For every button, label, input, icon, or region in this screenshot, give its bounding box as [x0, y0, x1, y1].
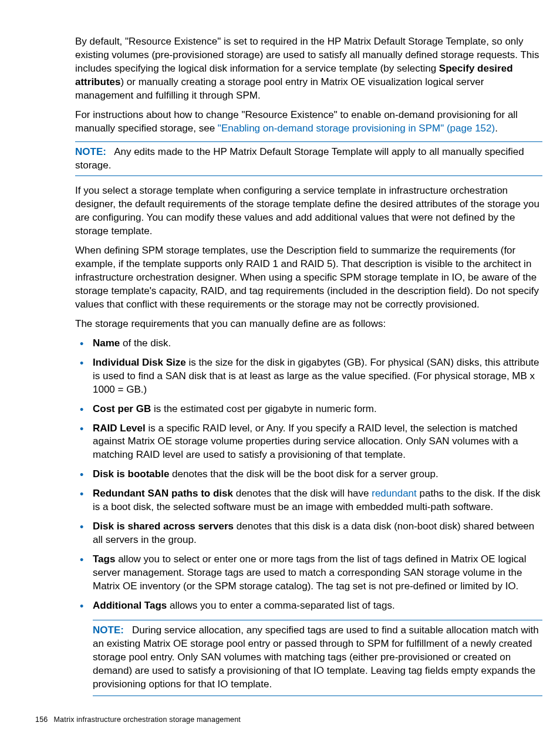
note-paragraph: NOTE: Any edits made to the HP Matrix De… — [75, 146, 542, 173]
text: denotes that the disk will have — [233, 488, 372, 499]
term-name: Name — [93, 337, 120, 349]
text: of the disk. — [120, 337, 171, 349]
text: is the estimated cost per gigabyte in nu… — [151, 403, 377, 414]
list-item: RAID Level is a specific RAID level, or … — [93, 422, 542, 463]
paragraph-requirements-intro: The storage requirements that you can ma… — [75, 318, 542, 331]
list-item: Redundant SAN paths to disk denotes that… — [93, 487, 542, 514]
list-item: Name of the disk. — [93, 337, 542, 350]
note-block-tags: NOTE: During service allocation, any spe… — [93, 620, 542, 697]
paragraph-select-template: If you select a storage template when co… — [75, 184, 542, 238]
text: denotes that the disk will be the boot d… — [169, 468, 438, 480]
list-item: Disk is bootable denotes that the disk w… — [93, 468, 542, 481]
term-raid-level: RAID Level — [93, 423, 146, 434]
term-disk-size: Individual Disk Size — [93, 357, 186, 368]
term-redundant-paths: Redundant SAN paths to disk — [93, 488, 233, 499]
term-tags: Tags — [93, 553, 115, 565]
term-additional-tags: Additional Tags — [93, 600, 167, 611]
list-item: Cost per GB is the estimated cost per gi… — [93, 403, 542, 416]
note-label: NOTE: — [75, 146, 106, 157]
note-text: Any edits made to the HP Matrix Default … — [75, 146, 524, 171]
note-text: During service allocation, any specified… — [93, 625, 539, 690]
note-paragraph: NOTE: During service allocation, any spe… — [93, 624, 542, 691]
list-item: Individual Disk Size is the size for the… — [93, 356, 542, 397]
text: . — [495, 123, 498, 134]
note-label: NOTE: — [93, 625, 124, 636]
list-item: Additional Tags allows you to enter a co… — [93, 599, 542, 697]
page-number: 156 — [35, 715, 48, 724]
term-cost-per-gb: Cost per GB — [93, 403, 151, 414]
term-disk-shared: Disk is shared across servers — [93, 521, 234, 532]
requirements-list: Name of the disk. Individual Disk Size i… — [75, 337, 542, 697]
text: is a specific RAID level, or Any. If you… — [93, 423, 518, 461]
paragraph-instructions: For instructions about how to change "Re… — [75, 109, 542, 136]
footer-title: Matrix infrastructure orchestration stor… — [53, 715, 241, 724]
paragraph-default-resource: By default, "Resource Existence" is set … — [75, 35, 542, 103]
text: ) or manually creating a storage pool en… — [75, 76, 484, 101]
text: allow you to select or enter one or more… — [93, 553, 527, 592]
link-enabling-on-demand[interactable]: "Enabling on-demand storage provisioning… — [218, 123, 495, 134]
page: By default, "Resource Existence" is set … — [0, 0, 560, 746]
list-item: Disk is shared across servers denotes th… — [93, 520, 542, 547]
term-disk-bootable: Disk is bootable — [93, 468, 169, 480]
page-footer: 156Matrix infrastructure orchestration s… — [35, 715, 241, 725]
content-column: By default, "Resource Existence" is set … — [75, 35, 542, 696]
note-block-edits: NOTE: Any edits made to the HP Matrix De… — [75, 141, 542, 177]
paragraph-defining-spm: When defining SPM storage templates, use… — [75, 244, 542, 312]
link-redundant[interactable]: redundant — [372, 488, 417, 499]
text: allows you to enter a comma-separated li… — [167, 600, 394, 611]
list-item: Tags allow you to select or enter one or… — [93, 553, 542, 593]
